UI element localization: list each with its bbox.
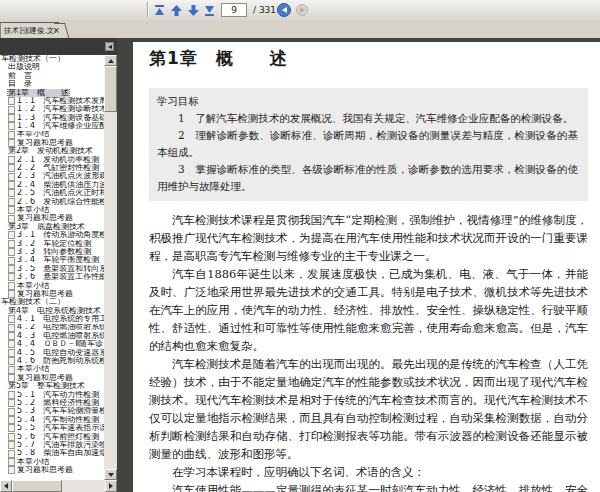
toc-item[interactable]: 3．3 转向参数检测	[0, 248, 104, 256]
document-body: 汽车检测技术课程是贯彻我国汽车“定期检测，强制维护，视情修理”的维修制度，积极推…	[149, 211, 588, 492]
page-icon	[8, 391, 15, 399]
toc-item-label: 复习题和思考题	[17, 139, 73, 147]
toc-item[interactable]: 2．2 气缸密封性检测	[0, 164, 104, 172]
toc-item-label: 2．1 发动机功率检测	[17, 156, 99, 164]
toolbar-separator	[147, 2, 149, 17]
scroll-right-icon	[109, 483, 113, 489]
toc-item[interactable]: 车检测技术（一）	[0, 55, 104, 63]
toc-item[interactable]: 1．1 汽车检测技术发展	[0, 97, 104, 105]
toc-item[interactable]: 第5章 整车检测技术	[0, 382, 104, 390]
sidebar-header	[0, 38, 117, 55]
toc-item[interactable]: 4．6 防抱死制动系统检	[0, 357, 104, 365]
scroll-right-button[interactable]	[105, 480, 117, 492]
toc-item[interactable]: 5．8 柴油车自由加速烟	[0, 449, 104, 457]
toc-item[interactable]: 5．2 燃料经济性检测	[0, 399, 104, 407]
toc-item[interactable]: 1．3 汽车检测设备基础	[0, 114, 104, 122]
toc-item[interactable]: 3．5 悬架装置和转向系	[0, 265, 104, 273]
horizontal-scroll-thumb[interactable]	[12, 480, 62, 492]
sidebar-vertical-scrollbar[interactable]	[104, 55, 117, 480]
toc-item[interactable]: 3．2 车轮定位检测	[0, 240, 104, 248]
toc-item-label: 1．2 汽车检测诊断技术	[17, 105, 104, 113]
toc-item[interactable]: 第4章 电控系统检测技术	[0, 307, 104, 315]
page-icon	[8, 290, 15, 298]
toc-item[interactable]: 4．4 ＯＢＤ－Ⅱ随车诊	[0, 340, 104, 348]
scroll-down-button[interactable]	[104, 469, 117, 480]
page-icon	[8, 265, 15, 273]
toc-item[interactable]: 复习题和思考题	[0, 466, 104, 474]
toc-item-label: 2．2 气缸密封性检测	[17, 164, 99, 172]
toc-item-label: 5．2 燃料经济性检测	[17, 399, 99, 407]
toc-item[interactable]: 5．4 汽车制动性检测	[0, 416, 104, 424]
page-icon	[8, 206, 15, 214]
document-paragraph: 汽车自1886年诞生以来，发展速度极快，已成为集机、电、液、气于一体，并能及时、…	[149, 265, 588, 355]
toc-item[interactable]: 4．1 电控系统的专用工	[0, 315, 104, 323]
first-page-button[interactable]	[151, 2, 167, 18]
toc-item-label: 2．5 汽油机点火正时和	[17, 189, 104, 197]
toc-item[interactable]: 复习题和思考题	[0, 139, 104, 147]
content-area: 车检测技术（一） 出版说明 前 言 目 录 第1章 概 述 1．1 汽车检测技术…	[0, 38, 600, 492]
last-page-icon	[204, 5, 215, 16]
toc-item[interactable]: 2．5 汽油机点火正时和	[0, 189, 104, 197]
toc-item-label: 复习题和思考题	[17, 290, 73, 298]
last-page-button[interactable]	[201, 2, 217, 18]
sidebar-horizontal-scrollbar[interactable]	[0, 480, 117, 492]
scroll-up-button[interactable]	[104, 55, 117, 66]
view-forward-button[interactable]	[296, 4, 308, 16]
toc-item[interactable]: 本章小结	[0, 131, 104, 139]
toc-item[interactable]: 5．5 汽车车速表指示误	[0, 424, 104, 432]
toc-item[interactable]: 1．2 汽车检测诊断技术	[0, 105, 104, 113]
toc-item[interactable]: 前 言	[0, 72, 104, 80]
toc-item[interactable]: 出版说明	[0, 63, 104, 71]
toc-item[interactable]: 5．6 汽车前照灯检测	[0, 433, 104, 441]
toc-item-label: 1．3 汽车检测设备基础	[17, 114, 104, 122]
toc-item[interactable]: 2．1 发动机功率检测	[0, 156, 104, 164]
toc-item[interactable]: 复习题和思考题	[0, 214, 104, 222]
toc-item[interactable]: 本章小结	[0, 206, 104, 214]
previous-page-button[interactable]	[168, 2, 184, 18]
toc-item[interactable]: 车检测技术（二）	[0, 298, 104, 306]
page-icon	[8, 181, 15, 189]
toc-item[interactable]: 目 录	[0, 80, 104, 88]
previous-page-icon	[171, 5, 182, 16]
toc-item[interactable]: 第2章 发动机检测技术	[0, 147, 104, 155]
toc-item[interactable]: 5．7 汽油车排放污染物	[0, 441, 104, 449]
toc-item[interactable]: 2．6 发动机综合性能检	[0, 198, 104, 206]
page-icon	[8, 450, 15, 458]
next-page-button[interactable]	[185, 2, 201, 18]
toc-item[interactable]: 3．6 悬架装置工作性能	[0, 273, 104, 281]
toc-item[interactable]: 4．5 电控自动变速器系	[0, 349, 104, 357]
toc-item[interactable]: 本章小结	[0, 282, 104, 290]
view-back-button[interactable]	[277, 3, 291, 17]
close-icon[interactable]: ×	[52, 23, 60, 38]
toc-item[interactable]: 第3章 底盘检测技术	[0, 223, 104, 231]
page-icon	[8, 106, 15, 114]
toc-item[interactable]: 本章小结	[0, 365, 104, 373]
toc-item[interactable]: 本章小结	[0, 458, 104, 466]
toc-item[interactable]: 复习题和思考题	[0, 374, 104, 382]
toc-item[interactable]: 2．3 汽油机点火波形观	[0, 172, 104, 180]
toc-item[interactable]: 3．1 传动系游动角度检	[0, 231, 104, 239]
toc-item[interactable]: 1．4 汽车维修企业应配	[0, 122, 104, 130]
toc-item-label: 3．1 传动系游动角度检	[17, 231, 104, 239]
page-number-input[interactable]	[221, 3, 247, 17]
scroll-left-button[interactable]	[0, 480, 12, 492]
vertical-scroll-thumb[interactable]	[104, 66, 117, 112]
page-icon	[8, 231, 15, 239]
toc-item[interactable]: 复习题和思考题	[0, 290, 104, 298]
toc-item[interactable]: 4．2 电控燃油喷射系统	[0, 324, 104, 332]
toc-item-label: 车检测技术（一）	[1, 55, 65, 63]
toc-item-label: 4．5 电控自动变速器系	[17, 349, 104, 357]
document-tab[interactable]: 技术]张建俊.文... ×	[0, 22, 59, 39]
first-page-icon	[154, 5, 165, 16]
toc-item[interactable]: 2．4 柴油机供油压力波	[0, 181, 104, 189]
toc-item[interactable]: 4．3 电控燃油喷射系统	[0, 332, 104, 340]
toc-item[interactable]: 第1章 概 述	[0, 89, 104, 97]
toc-item[interactable]: 5．3 汽车车轮侧滑量检	[0, 407, 104, 415]
page-icon	[8, 399, 15, 407]
page-icon	[8, 374, 15, 382]
toc-item[interactable]: 5．1 汽车动力性检测	[0, 391, 104, 399]
objectives-heading: 学习目标	[157, 93, 578, 110]
collapse-sidebar-button[interactable]	[105, 42, 114, 51]
toc-item[interactable]: 3．4 车轮平衡度检测	[0, 256, 104, 264]
toc-item-label: 4．6 防抱死制动系统检	[17, 357, 104, 365]
